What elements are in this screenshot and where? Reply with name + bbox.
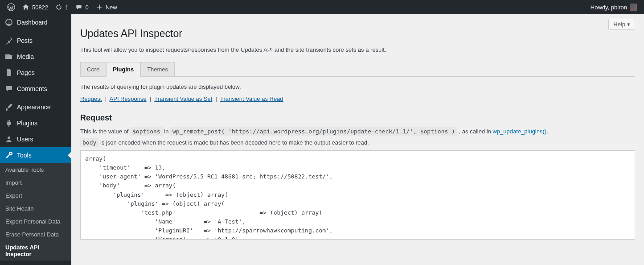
submenu-erase-personal-data[interactable]: Erase Personal Data — [0, 228, 71, 241]
wp-logo[interactable] — [4, 0, 19, 14]
my-account-link[interactable]: Howdy, pbiron — [587, 0, 640, 14]
comments-count: 0 — [85, 4, 88, 11]
link-wp-update-plugins[interactable]: wp_update_plugins() — [492, 128, 546, 135]
anchor-transient-read[interactable]: Transient Value as Read — [220, 95, 283, 102]
page-title: Updates API Inspector — [80, 28, 635, 40]
tab-plugins[interactable]: Plugins — [106, 62, 140, 77]
anchor-transient-set[interactable]: Transient Value as Set — [154, 95, 212, 102]
new-content-link[interactable]: New — [92, 0, 121, 14]
pin-icon — [4, 36, 13, 45]
plus-icon — [96, 4, 103, 11]
anchor-links: Request | API Response | Transient Value… — [80, 95, 635, 102]
wordpress-icon — [7, 3, 15, 11]
sidebar-item-label: Dashboard — [17, 19, 48, 26]
home-icon — [22, 4, 29, 11]
brush-icon — [4, 103, 13, 112]
main-content: Help ▾ Updates API Inspector This tool w… — [71, 14, 644, 257]
admin-bar: 50822 1 0 New Howdy, pbiron — [0, 0, 644, 14]
sidebar-item-label: Tools — [17, 152, 32, 159]
submenu-import[interactable]: Import — [0, 176, 71, 189]
wrench-icon — [4, 151, 13, 160]
plug-icon — [4, 119, 13, 128]
sidebar-item-tools[interactable]: Tools — [0, 147, 71, 163]
request-code-block[interactable]: array( 'timeout' => 13, 'user-agent' => … — [80, 150, 635, 240]
sidebar-item-pages[interactable]: Pages — [0, 65, 71, 81]
sidebar-item-label: Media — [17, 53, 34, 60]
sidebar-item-label: Appearance — [17, 104, 51, 111]
submenu-export-personal-data[interactable]: Export Personal Data — [0, 215, 71, 228]
sidebar-item-plugins[interactable]: Plugins — [0, 115, 71, 131]
admin-sidebar: Dashboard Posts Media Pages Comments App… — [0, 14, 71, 257]
updates-link[interactable]: 1 — [52, 0, 72, 14]
tab-themes[interactable]: Themes — [140, 62, 175, 77]
media-icon — [4, 52, 13, 61]
request-desc-1: This is the value of $options in wp_remo… — [80, 128, 635, 135]
site-name-link[interactable]: 50822 — [19, 0, 52, 14]
anchor-request[interactable]: Request — [80, 95, 102, 102]
submenu-site-health[interactable]: Site Health — [0, 202, 71, 215]
updates-count: 1 — [65, 4, 68, 11]
avatar — [630, 4, 637, 11]
sidebar-item-label: Pages — [17, 69, 35, 76]
new-label: New — [106, 4, 117, 11]
tools-submenu: Available Tools Import Export Site Healt… — [0, 163, 71, 257]
help-label: Help — [613, 21, 625, 28]
help-toggle[interactable]: Help ▾ — [608, 19, 635, 30]
submenu-available-tools[interactable]: Available Tools — [0, 163, 71, 176]
anchor-api-response[interactable]: API Response — [110, 95, 147, 102]
chevron-down-icon: ▾ — [627, 21, 630, 28]
code-body: body — [80, 138, 98, 147]
sidebar-item-label: Users — [17, 136, 33, 143]
comment-icon — [75, 4, 82, 11]
request-heading: Request — [80, 113, 635, 123]
dashboard-icon — [4, 18, 13, 27]
svg-point-1 — [8, 137, 10, 139]
sidebar-item-label: Posts — [17, 37, 33, 44]
sidebar-item-appearance[interactable]: Appearance — [0, 99, 71, 115]
howdy-text: Howdy, pbiron — [591, 4, 627, 11]
sidebar-item-dashboard[interactable]: Dashboard — [0, 14, 71, 30]
submenu-updates-api-inspector[interactable]: Updates API Inspector — [0, 241, 71, 257]
sidebar-item-media[interactable]: Media — [0, 49, 71, 65]
comments-link[interactable]: 0 — [72, 0, 92, 14]
refresh-icon — [55, 4, 62, 11]
results-note: The results of querying for plugin updat… — [80, 83, 635, 90]
site-name: 50822 — [32, 4, 48, 11]
submenu-export[interactable]: Export — [0, 189, 71, 202]
request-desc-2: body is json encoded when the request is… — [80, 139, 635, 146]
sidebar-item-label: Plugins — [17, 120, 37, 127]
sidebar-item-comments[interactable]: Comments — [0, 81, 71, 97]
comment-icon — [4, 84, 13, 93]
page-icon — [4, 68, 13, 77]
tab-core[interactable]: Core — [80, 62, 106, 77]
page-intro: This tool will allow you to inspect requ… — [80, 46, 635, 53]
code-remote-post: wp_remote_post( 'https://api.wordpress.o… — [170, 127, 457, 136]
tabs: Core Plugins Themes — [80, 62, 635, 77]
sidebar-item-posts[interactable]: Posts — [0, 33, 71, 49]
sidebar-item-users[interactable]: Users — [0, 131, 71, 147]
sidebar-item-label: Comments — [17, 85, 47, 92]
code-options: $options — [130, 127, 163, 136]
user-icon — [4, 135, 13, 144]
